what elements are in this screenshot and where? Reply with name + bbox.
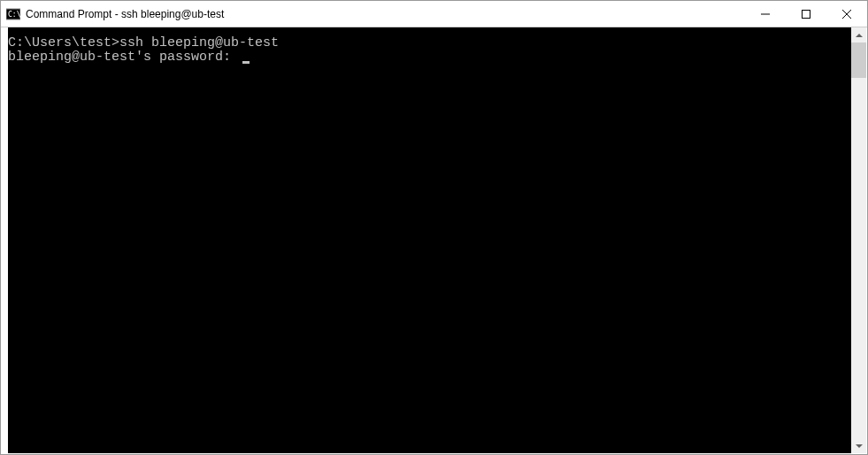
titlebar[interactable]: C:\ Command Prompt - ssh bleeping@ub-tes… <box>1 1 867 27</box>
prompt-text: C:\Users\test> <box>8 35 119 50</box>
command-text: ssh bleeping@ub-test <box>119 35 279 50</box>
window-title: Command Prompt - ssh bleeping@ub-test <box>26 8 745 20</box>
command-prompt-window: C:\ Command Prompt - ssh bleeping@ub-tes… <box>0 0 868 455</box>
cmd-icon: C:\ <box>6 7 20 21</box>
svg-rect-3 <box>803 10 810 18</box>
console-line: C:\Users\test>ssh bleeping@ub-test <box>8 36 851 50</box>
scrollbar-thumb[interactable] <box>851 42 866 78</box>
maximize-button[interactable] <box>786 1 826 27</box>
window-controls <box>745 1 867 27</box>
vertical-scrollbar[interactable] <box>851 27 866 453</box>
password-prompt: bleeping@ub-test's password: <box>8 50 239 65</box>
scrollbar-track[interactable] <box>851 42 866 438</box>
svg-marker-6 <box>856 34 863 37</box>
scroll-down-button[interactable] <box>851 438 866 453</box>
scroll-up-button[interactable] <box>851 27 866 42</box>
console-area: C:\Users\test>ssh bleeping@ub-testbleepi… <box>1 27 867 454</box>
minimize-button[interactable] <box>745 1 786 27</box>
svg-text:C:\: C:\ <box>8 11 20 19</box>
cursor <box>242 61 250 64</box>
console-line: bleeping@ub-test's password: <box>8 50 851 65</box>
close-button[interactable] <box>826 1 867 27</box>
console-output[interactable]: C:\Users\test>ssh bleeping@ub-testbleepi… <box>8 27 851 453</box>
svg-marker-7 <box>856 444 863 448</box>
